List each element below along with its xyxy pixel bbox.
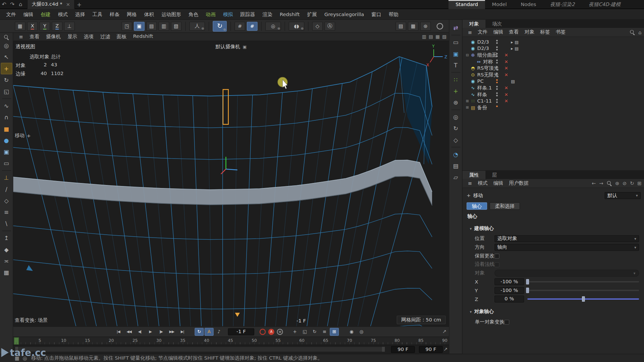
menu-19[interactable]: 帮助 <box>385 9 402 19</box>
flag-tag-icon[interactable]: ▸ <box>511 40 513 44</box>
polygon-object-icon[interactable]: ◇ <box>450 134 461 145</box>
undo-icon[interactable]: ↶ <box>0 0 8 9</box>
attr-menu-1[interactable]: 编辑 <box>490 180 506 187</box>
viewport-canvas[interactable]: YZX <box>13 41 449 326</box>
preset-dropdown[interactable]: 默认 ▾ <box>604 192 641 199</box>
visibility-dots[interactable] <box>496 53 498 57</box>
prev-frame-button[interactable]: ◀| <box>135 328 145 336</box>
spline-smooth-icon[interactable]: ◎⊛ <box>265 21 281 31</box>
forward-icon[interactable]: → <box>599 180 603 186</box>
om-menu-4[interactable]: 标签 <box>537 29 553 36</box>
plane-icon[interactable]: ■ <box>1 123 12 134</box>
spin-icon[interactable]: ↻ <box>450 123 461 134</box>
film-tag-icon[interactable]: ▤ <box>515 40 519 44</box>
mode-texture-icon[interactable]: ▤ <box>146 21 157 31</box>
disabled-icon[interactable]: ✕ <box>504 65 508 71</box>
group-header-1[interactable]: ▾对象轴心 <box>467 308 641 315</box>
pen-icon[interactable]: / <box>1 183 12 195</box>
frame-field[interactable]: -1 F <box>228 328 254 335</box>
rotate-tool-icon[interactable]: ↻⊛ <box>213 21 227 32</box>
viewport[interactable]: YZX 透视视图 默认摄像机 ▣ 选取对象总计对象243边缘401102 移动 … <box>13 41 449 326</box>
disabled-icon[interactable]: ✕ <box>504 85 508 90</box>
timeline-expand-icon[interactable]: ↗ <box>443 346 447 352</box>
refresh-icon[interactable]: ↻ <box>630 180 634 186</box>
hamburger-icon[interactable]: ≡ <box>16 34 26 40</box>
axis-settings-icon[interactable]: Ⓐ <box>324 21 335 31</box>
render-picture-icon[interactable]: ▦ <box>408 21 419 31</box>
layout-tab-1[interactable]: Model <box>485 0 514 9</box>
menu-7[interactable]: 网格 <box>123 9 140 19</box>
key-position-icon[interactable]: + <box>290 328 300 336</box>
camera-label[interactable]: 默认摄像机 ▣ <box>216 44 247 51</box>
layout-tab-3[interactable]: 夜猫-渲染2 <box>543 0 582 9</box>
menu-5[interactable]: 工具 <box>89 9 106 19</box>
slider-handle[interactable] <box>526 288 529 293</box>
object-row-10[interactable]: ⊞▤备份 <box>463 104 644 111</box>
cube-object-icon[interactable]: ▣ <box>450 48 461 59</box>
editor-visibility-dot[interactable] <box>496 60 498 61</box>
viewport-menu-0[interactable]: 查看 <box>26 33 43 40</box>
menu-8[interactable]: 体积 <box>141 9 158 19</box>
expand-icon[interactable]: ⊞ <box>465 106 470 110</box>
magnet-icon[interactable]: ∩ <box>1 112 12 123</box>
move-icon[interactable]: + <box>1 63 12 74</box>
motion-system-icon[interactable]: ◉ <box>347 328 356 336</box>
object-row-7[interactable]: ∿样条.1✕ <box>463 84 644 91</box>
viewport-menu-4[interactable]: 过滤 <box>97 33 113 40</box>
disabled-icon[interactable]: ✕ <box>504 52 508 58</box>
object-row-0[interactable]: ◉D2/3▸▤ <box>463 39 644 45</box>
mode-workplane-icon[interactable]: ▥ <box>159 21 169 31</box>
render-visibility-dot[interactable] <box>496 82 498 83</box>
camera-menu-icon[interactable]: ▣ <box>243 45 247 49</box>
plane-object-icon[interactable]: ▭ <box>450 37 461 48</box>
editor-visibility-dot[interactable] <box>496 40 498 42</box>
dropdown-0-0[interactable]: 选取对象▾ <box>494 235 639 242</box>
scale-icon[interactable]: ◱ <box>1 86 12 97</box>
object-row-5[interactable]: ⊙RS无限光✕ <box>463 71 644 78</box>
render-visibility-dot[interactable] <box>496 68 498 70</box>
view-label[interactable]: 透视视图 <box>16 44 36 51</box>
editor-visibility-dot[interactable] <box>496 46 498 48</box>
film-tag-icon[interactable]: ▤ <box>511 79 515 83</box>
menu-18[interactable]: 窗口 <box>368 9 385 19</box>
live-selection-icon[interactable]: ◎ <box>1 40 12 51</box>
slider-handle[interactable] <box>526 279 529 285</box>
search-icon[interactable] <box>630 29 635 35</box>
close-icon[interactable]: × <box>66 1 70 7</box>
goto-start-button[interactable]: |◀ <box>113 328 123 336</box>
sphere-icon[interactable]: ● <box>1 135 12 146</box>
cube-icon[interactable]: ▣ <box>1 146 12 158</box>
visibility-dots[interactable] <box>496 93 498 97</box>
time-icon[interactable]: ◔ <box>450 148 461 160</box>
layout-tab-0[interactable]: Standard <box>448 0 485 9</box>
key-parameter-icon[interactable]: ≡ <box>320 328 329 336</box>
record-keyframe-icon[interactable] <box>260 328 266 335</box>
menu-9[interactable]: 运动图形 <box>158 9 185 19</box>
menu-12[interactable]: 模拟 <box>219 9 236 19</box>
render-visibility-dot[interactable] <box>496 101 498 103</box>
close-polygon-icon[interactable]: ▦ <box>1 267 12 278</box>
menu-6[interactable]: 样条 <box>106 9 123 19</box>
editor-visibility-dot[interactable] <box>496 79 498 81</box>
coordinate-system-icon[interactable]: ⊥ <box>64 21 75 31</box>
mode-model-icon[interactable]: ▣ <box>134 21 145 31</box>
editor-visibility-dot[interactable] <box>496 86 498 87</box>
tab-场次[interactable]: 场次 <box>485 20 508 28</box>
view-layout-3-icon[interactable]: ▦ <box>435 34 440 40</box>
keying-settings-icon[interactable]: ⊛ <box>277 328 283 335</box>
sketch-icon[interactable]: ▱ <box>450 172 461 183</box>
grid-snap-icon[interactable]: # <box>247 21 258 31</box>
home-icon[interactable]: ⌂ <box>16 0 24 9</box>
expand-icon[interactable]: ⊞ <box>465 99 470 103</box>
home-icon[interactable]: ⌂ <box>638 29 641 35</box>
om-menu-3[interactable]: 对象 <box>522 29 537 36</box>
visibility-dots[interactable] <box>496 66 498 70</box>
value-field-y[interactable]: -100 % <box>494 287 524 294</box>
polygon-icon[interactable]: ◇ <box>1 195 12 206</box>
free-selection-icon[interactable]: ↖ <box>1 51 12 63</box>
render-visibility-dot[interactable] <box>496 55 498 57</box>
viewport-menu-5[interactable]: 面板 <box>113 33 130 40</box>
modeling-settings-icon[interactable]: ◇ <box>312 21 323 31</box>
layout-tab-2[interactable]: Nodes <box>514 0 543 9</box>
play-button[interactable]: ▶ <box>145 328 155 336</box>
